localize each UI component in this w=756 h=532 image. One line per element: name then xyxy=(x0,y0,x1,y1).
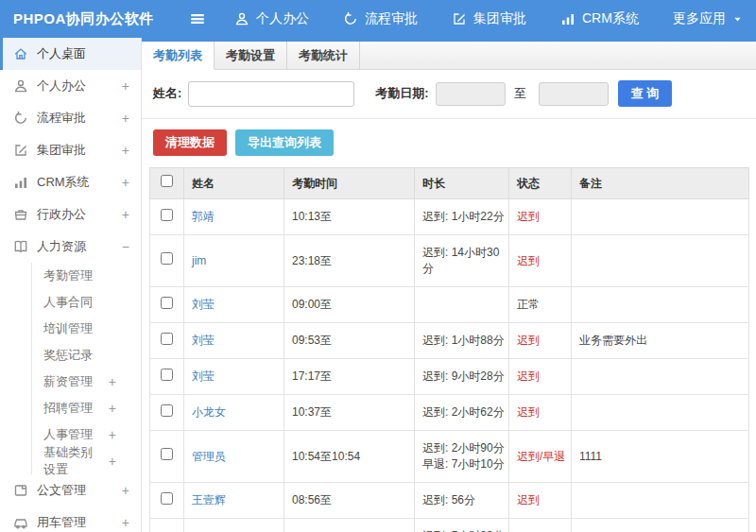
topnav-item-more-apps[interactable]: 更多应用 xyxy=(673,10,743,27)
row-select-cell xyxy=(150,359,184,395)
expand-toggle[interactable]: + xyxy=(109,455,116,468)
sidebar-item-vehicle-mgmt[interactable]: 用车管理 + xyxy=(0,506,141,532)
export-list-button[interactable]: 导出查询列表 xyxy=(235,129,334,156)
employee-name-link[interactable]: 刘莹 xyxy=(192,369,215,383)
expand-toggle[interactable]: + xyxy=(122,79,129,93)
duration-line: 迟到: 5小时33分 xyxy=(422,528,507,532)
expand-toggle[interactable]: + xyxy=(122,484,129,497)
duration-line: 迟到: 1小时88分 xyxy=(422,333,507,349)
expand-toggle[interactable]: + xyxy=(109,375,116,388)
duration-line: 迟到: 2小时62分 xyxy=(422,404,507,420)
status-text: 迟到 xyxy=(509,323,572,359)
employee-name-link[interactable]: 管理员 xyxy=(192,450,226,463)
sidebar-item-attendance-mgmt[interactable]: 考勤管理 xyxy=(0,263,141,289)
expand-toggle[interactable]: + xyxy=(122,208,129,221)
tab-attendance-stats[interactable]: 考勤统计 xyxy=(287,42,360,69)
tab-attendance-settings[interactable]: 考勤设置 xyxy=(215,42,287,69)
filter-bar: 姓名: 考勤日期: 至 查 询 xyxy=(142,70,756,119)
employee-name-link[interactable]: 刘莹 xyxy=(192,334,215,347)
duration-text: 迟到: 1小时22分 xyxy=(415,199,509,235)
sidebar-item-group-approval[interactable]: 集团审批 + xyxy=(0,134,141,166)
duration-text: 迟到: 14小时30分 xyxy=(415,235,509,287)
clean-data-button[interactable]: 清理数据 xyxy=(153,129,227,156)
date-to-input[interactable] xyxy=(539,82,609,106)
expand-toggle[interactable]: + xyxy=(122,516,129,529)
note-text xyxy=(572,235,749,287)
attendance-date-label: 考勤日期: xyxy=(375,85,428,102)
employee-name-link[interactable]: 郭靖 xyxy=(192,210,215,223)
attendance-table: 姓名 考勤时间 时长 状态 备注 郭靖 10:13至 迟到: 1小时22分 迟到… xyxy=(149,167,749,532)
tab-attendance-list[interactable]: 考勤列表 xyxy=(142,42,215,70)
row-checkbox[interactable] xyxy=(161,252,173,265)
top-navigation: 个人办公 流程审批 集团审批 CRM系统 更多应用 xyxy=(234,10,743,27)
sidebar-item-human-resources[interactable]: 人力资源 − xyxy=(0,231,141,263)
search-button[interactable]: 查 询 xyxy=(618,80,673,107)
employee-name-link[interactable]: 刘莹 xyxy=(192,298,215,311)
row-checkbox[interactable] xyxy=(161,297,173,309)
action-bar: 清理数据 导出查询列表 xyxy=(142,119,756,167)
row-checkbox[interactable] xyxy=(161,333,173,345)
sidebar-item-document-mgmt[interactable]: 公文管理 + xyxy=(0,474,141,506)
topnav-item-workflow-approval[interactable]: 流程审批 xyxy=(343,10,418,27)
employee-name-link[interactable]: 小龙女 xyxy=(192,405,226,419)
name-input[interactable] xyxy=(188,81,354,107)
app-brand: PHPOA协同办公软件 xyxy=(0,10,166,28)
row-checkbox[interactable] xyxy=(161,209,173,221)
main-content: 考勤列表 考勤设置 考勤统计 姓名: 考勤日期: 至 查 询 清理数据 导出查询… xyxy=(142,38,756,532)
employee-name-link[interactable]: jim xyxy=(192,254,206,267)
sidebar-item-recruitment-mgmt[interactable]: 招聘管理 + xyxy=(0,395,141,421)
chart-icon xyxy=(13,175,28,190)
sidebar-item-base-category-settings[interactable]: 基础类别设置 + xyxy=(0,448,141,474)
sidebar-item-workflow-approval[interactable]: 流程审批 + xyxy=(0,102,141,134)
sidebar-item-personal-office[interactable]: 个人办公 + xyxy=(0,70,141,102)
topnav-item-crm-system[interactable]: CRM系统 xyxy=(560,10,639,27)
sidebar-item-reward-punishment[interactable]: 奖惩记录 xyxy=(0,342,141,369)
sidebar-item-admin-office[interactable]: 行政办公 + xyxy=(0,198,141,231)
duration-text: 迟到: 56分 xyxy=(415,483,509,519)
column-header-time: 考勤时间 xyxy=(284,168,415,199)
expand-toggle[interactable]: + xyxy=(122,112,129,125)
duration-line: 迟到: 14小时30分 xyxy=(422,245,507,277)
expand-toggle[interactable]: + xyxy=(109,428,116,441)
note-text xyxy=(572,359,749,395)
row-checkbox[interactable] xyxy=(161,369,173,381)
note-text xyxy=(572,395,749,431)
row-checkbox[interactable] xyxy=(161,404,173,417)
note-text xyxy=(572,287,749,323)
row-select-cell xyxy=(150,431,184,483)
attendance-time-text: 08:56至 xyxy=(284,483,415,519)
column-header-duration: 时长 xyxy=(415,168,509,199)
person-icon xyxy=(13,78,28,94)
sidebar-item-personal-desktop[interactable]: 个人桌面 xyxy=(0,38,141,70)
sidebar-item-training-mgmt[interactable]: 培训管理 xyxy=(0,316,141,342)
note-text: 业务需要外出 xyxy=(572,323,749,359)
row-checkbox[interactable] xyxy=(161,448,173,460)
topnav-item-group-approval[interactable]: 集团审批 xyxy=(452,10,526,27)
expand-toggle[interactable]: + xyxy=(122,144,129,157)
doc-icon xyxy=(13,483,28,498)
row-checkbox[interactable] xyxy=(161,492,173,505)
expand-toggle[interactable]: − xyxy=(122,240,129,253)
sidebar-item-salary-mgmt[interactable]: 薪资管理 + xyxy=(0,369,141,395)
note-text xyxy=(572,519,749,532)
status-text: 迟到 xyxy=(509,483,572,519)
sidebar-item-hr-contract[interactable]: 人事合同 xyxy=(0,289,141,316)
table-row: 刘莹 17:17至 迟到: 9小时28分 迟到 xyxy=(150,359,749,395)
sidebar: 个人桌面 个人办公 + 流程审批 + 集团审批 + CRM系统 + 行政办公 +… xyxy=(0,38,142,532)
chart-icon xyxy=(560,11,576,26)
duration-line: 迟到: 2小时90分 xyxy=(422,440,507,456)
date-from-input[interactable] xyxy=(436,82,506,106)
select-all-checkbox[interactable] xyxy=(161,175,173,187)
table-row: jim 23:18至 迟到: 14小时30分 迟到 xyxy=(150,235,749,287)
expand-toggle[interactable]: + xyxy=(109,402,116,415)
row-select-cell xyxy=(150,199,184,235)
attendance-time-text: 10:13至 xyxy=(284,199,415,235)
column-header-note: 备注 xyxy=(572,168,749,199)
employee-name-link[interactable]: 王壹辉 xyxy=(192,493,226,506)
main-layout: 个人桌面 个人办公 + 流程审批 + 集团审批 + CRM系统 + 行政办公 +… xyxy=(0,38,756,532)
hamburger-menu-icon[interactable] xyxy=(189,10,206,27)
expand-toggle[interactable]: + xyxy=(122,176,129,189)
topnav-item-personal-office[interactable]: 个人办公 xyxy=(234,10,309,27)
to-label: 至 xyxy=(514,85,526,102)
sidebar-item-crm-system[interactable]: CRM系统 + xyxy=(0,166,141,198)
